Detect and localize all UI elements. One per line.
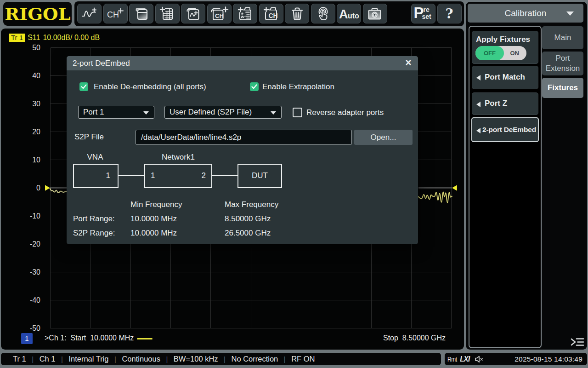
tab-main[interactable]: Main [542,26,583,49]
status-correction[interactable]: No Correction [231,355,278,363]
status-bandwidth[interactable]: BW=100 kHz [174,355,218,363]
rigol-logo-text: RIGOL [5,4,70,23]
status-trigger[interactable]: Internal Trig [68,355,108,363]
freq-col-min-header: Min Frequency [130,200,182,210]
add-trace-window-button[interactable] [181,4,205,23]
sidebar-item-port-match[interactable]: Port Match [472,66,538,89]
tab-fixtures[interactable]: Fixtures [542,78,583,98]
open-button[interactable]: Open... [354,130,413,145]
enable-extrapolation-checkbox[interactable] [250,82,259,91]
sidebar-item-port-z[interactable]: Port Z [472,92,538,115]
add-channel-window-button[interactable]: CH [207,4,232,23]
sidebar-item-2port-deembed[interactable]: 2-port DeEmbed [471,117,539,142]
dialog-title: 2-port DeEmbed [73,56,130,70]
status-trace[interactable]: Tr 1 [13,355,26,363]
type-select-dropdown[interactable]: User Defined (S2P File) [164,106,282,119]
network1-port2-number: 2 [202,171,206,180]
triangle-left-icon [476,128,481,133]
dut-label: DUT [252,171,268,180]
port-select-dropdown[interactable]: Port 1 [78,106,154,119]
s2p-file-label: S2P File [74,132,104,142]
port-match-label: Port Match [485,73,525,82]
diagram-vna-box: 1 [73,164,119,188]
calibration-menu-header[interactable]: Calibration [468,4,583,23]
toggle-off-segment[interactable]: OFF [475,46,504,60]
s2p-range-max: 26.5000 GHz [225,228,271,238]
reference-marker-right[interactable] [452,185,457,191]
sidebar: Calibration Apply Fixtures OFF ON Port M… [466,2,587,350]
touch-button[interactable] [311,4,335,23]
reference-marker-left[interactable] [45,185,50,191]
save-trace-button[interactable] [233,4,257,23]
preset-button[interactable]: P re set [411,4,435,23]
lxi-indicator: LXI [460,355,469,364]
diagram-network1-label: Network1 [160,153,197,162]
triangle-left-icon [476,102,481,107]
tab-port-extension-label: Port Extension [542,53,583,74]
trace-color-dash [137,338,153,339]
enable-deembed-label: Enable De-embedding (all ports) [94,82,206,92]
save-channel-icon: CH [263,6,279,22]
diagram-connector-line [212,175,237,176]
reverse-ports-checkbox[interactable] [293,108,302,117]
add-trace-button[interactable] [77,4,102,23]
type-select-value: User Defined (S2P File) [170,108,252,116]
check-icon [251,84,257,89]
status-channel[interactable]: Ch 1 [40,355,56,363]
divider: | [114,355,116,363]
divider: | [224,355,226,363]
expand-menu-icon[interactable] [570,336,585,349]
window-layout-button[interactable] [129,4,153,23]
preset-set: set [422,13,431,20]
diagram-vna-label: VNA [81,153,109,162]
delete-button[interactable] [285,4,309,23]
auto-scale-button[interactable]: A uto [337,4,361,23]
screenshot-button[interactable] [363,4,387,23]
s2p-range-label: S2P Range: [73,228,115,238]
save-trace-icon [237,6,254,22]
port-range-max: 8.50000 GHz [225,214,271,224]
s2p-range-min: 10.0000 MHz [130,228,177,238]
dialog-titlebar[interactable]: 2-port DeEmbed × [67,56,418,70]
s2p-file-input[interactable]: /data/UserData/line/line4.s2p [136,130,352,145]
diagram-dut-box: DUT [237,164,282,188]
tab-port-extension[interactable]: Port Extension [542,52,583,75]
trace-window-add-icon [186,6,201,22]
channel-add-icon: CH [106,7,125,21]
datetime: 2025-08-15 14:03:49 [514,355,582,363]
trace-add-icon [81,6,98,21]
chevron-down-icon [143,111,149,115]
channel-bar: 1 >Ch 1: Start 10.0000 MHz Stop 8.50000 … [1,330,464,350]
chevron-down-icon [566,12,574,16]
status-rf[interactable]: RF ON [291,355,315,363]
chevron-down-icon [271,111,276,115]
ch-label: CH [215,12,224,19]
divider: | [61,355,63,363]
freq-col-max-header: Max Frequency [225,200,278,210]
vna-port-number: 1 [106,171,110,180]
divider: | [284,355,286,363]
status-sweep[interactable]: Continuous [122,355,160,363]
port-z-label: Port Z [485,99,507,108]
channel-badge[interactable]: 1 [21,333,33,344]
check-icon [81,84,87,89]
port-range-label: Port Range: [73,214,115,224]
save-channel-button[interactable]: CH [259,4,283,23]
toggle-on-label[interactable]: ON [510,46,520,60]
ch-label: CH [269,12,278,19]
remote-indicator: Rmt [447,356,457,363]
close-icon[interactable]: × [403,56,414,70]
add-channel-button[interactable]: CH [103,4,128,23]
apply-fixtures-toggle[interactable]: OFF ON [475,46,526,60]
preset-icon: P re set [414,6,433,22]
touch-icon [315,6,331,22]
channel-stop-info[interactable]: Stop 8.50000 GHz [383,334,446,342]
enable-extrapolation-label: Enable Extrapolation [262,82,334,92]
help-button[interactable]: ? [437,4,462,23]
preset-re: re [424,6,430,13]
channel-start-info[interactable]: >Ch 1: Start 10.0000 MHz [45,334,134,342]
add-table-button[interactable] [155,4,180,23]
mute-speaker-icon[interactable] [475,356,484,363]
enable-deembed-checkbox[interactable] [79,82,88,91]
network1-port1-number: 1 [151,171,155,180]
